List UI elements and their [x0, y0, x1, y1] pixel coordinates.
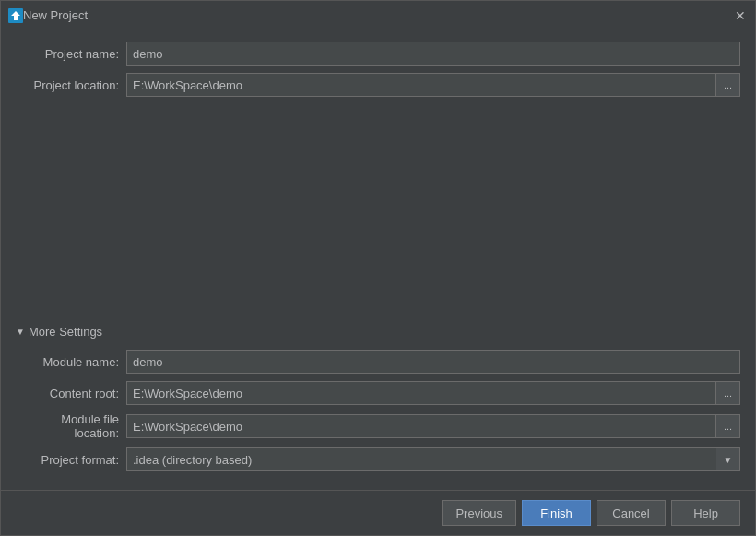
help-button[interactable]: Help [671, 500, 740, 526]
module-file-location-label: Module file location: [16, 412, 126, 440]
new-project-dialog: New Project ✕ Project name: Project loca… [0, 0, 756, 536]
project-format-select[interactable]: .idea (directory based) Eclipse (.classp… [126, 447, 740, 471]
more-settings-section: ▼ More Settings Module name: Content roo… [16, 321, 740, 479]
dialog-icon [8, 8, 23, 23]
project-format-label: Project format: [16, 453, 126, 467]
project-format-select-wrapper: .idea (directory based) Eclipse (.classp… [126, 447, 740, 471]
finish-button[interactable]: Finish [522, 500, 591, 526]
dialog-footer: Previous Finish Cancel Help [1, 490, 755, 535]
content-root-label: Content root: [16, 387, 126, 400]
module-file-location-field-group: ... [126, 414, 740, 438]
close-button[interactable]: ✕ [733, 8, 748, 23]
more-settings-label: More Settings [29, 325, 102, 339]
cancel-button[interactable]: Cancel [597, 500, 666, 526]
dialog-content: Project name: Project location: ... ▼ Mo… [1, 30, 755, 490]
project-location-row: Project location: ... [16, 73, 740, 97]
module-file-location-browse-button[interactable]: ... [716, 414, 740, 438]
content-root-input[interactable] [126, 381, 716, 405]
module-file-location-row: Module file location: ... [16, 412, 740, 440]
module-name-label: Module name: [16, 355, 126, 369]
project-name-label: Project name: [16, 47, 126, 61]
content-root-browse-button[interactable]: ... [716, 381, 740, 405]
content-spacer [16, 104, 740, 317]
more-settings-arrow-icon: ▼ [16, 327, 25, 337]
module-name-row: Module name: [16, 350, 740, 374]
content-root-row: Content root: ... [16, 381, 740, 405]
more-settings-toggle[interactable]: ▼ More Settings [16, 321, 740, 342]
project-name-row: Project name: [16, 42, 740, 66]
project-location-input[interactable] [126, 73, 716, 97]
content-root-field-group: ... [126, 381, 740, 405]
previous-button[interactable]: Previous [442, 500, 516, 526]
module-file-location-input[interactable] [126, 414, 716, 438]
project-name-input[interactable] [126, 42, 740, 66]
dialog-title: New Project [23, 8, 733, 22]
title-bar: New Project ✕ [1, 1, 755, 30]
project-format-row: Project format: .idea (directory based) … [16, 447, 740, 471]
project-location-field-group: ... [126, 73, 740, 97]
project-location-browse-button[interactable]: ... [716, 73, 740, 97]
module-name-input[interactable] [126, 350, 740, 374]
project-location-label: Project location: [16, 78, 126, 92]
